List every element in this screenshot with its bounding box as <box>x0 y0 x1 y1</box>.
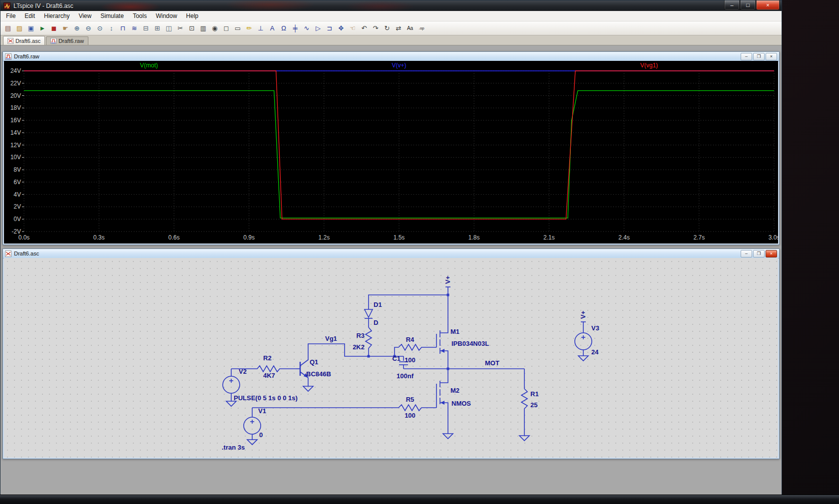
resistor-R1-symbol[interactable] <box>521 389 527 417</box>
mirror-icon[interactable]: ⇄ <box>393 23 404 33</box>
net-label-mot: MOT <box>485 359 499 367</box>
tab-draft6-raw[interactable]: Draft6.raw <box>46 36 88 45</box>
label-r4-name: R4 <box>406 336 415 343</box>
waveform-restore-button[interactable]: ❐ <box>753 53 765 60</box>
mosfet-M2-symbol[interactable] <box>436 369 448 434</box>
label-m1-name: M1 <box>450 328 459 335</box>
x-axis-tick-label: 1.2s <box>318 234 330 241</box>
ground-tool-icon[interactable]: ⊥ <box>255 23 266 33</box>
schematic-restore-button[interactable]: ❐ <box>753 250 765 257</box>
net-label-tool-icon[interactable]: A <box>267 23 278 33</box>
tab-label: Draft6.asc <box>15 38 40 44</box>
label-m1-value: IPB034N03L <box>451 340 489 347</box>
pan-hand-icon[interactable]: ☛ <box>60 23 71 33</box>
maximize-button[interactable]: □ <box>740 0 756 10</box>
plot-pane-icon[interactable]: ⊓ <box>117 23 128 33</box>
waveform-minimize-button[interactable]: – <box>741 53 752 60</box>
diode-D1-symbol[interactable] <box>365 309 373 318</box>
tile-vertical-icon[interactable]: ⊞ <box>152 23 163 33</box>
zoom-in-icon[interactable]: ⊕ <box>71 23 82 33</box>
text-tool-icon[interactable]: Aa <box>405 23 416 33</box>
trace-legend-label[interactable]: V(mot) <box>140 62 158 69</box>
inductor-tool-icon[interactable]: ∿ <box>301 23 312 33</box>
close-button[interactable]: × <box>756 0 780 10</box>
label-v3-value: 24 <box>591 348 599 356</box>
waveform-window-title: Draft6.raw <box>14 53 39 59</box>
label-v3-name: V3 <box>591 324 599 332</box>
menu-item-window[interactable]: Window <box>151 11 182 20</box>
resistor-tool-icon[interactable]: Ω <box>278 23 289 33</box>
zoom-out-icon[interactable]: ⊖ <box>83 23 94 33</box>
cut-icon[interactable]: ✂ <box>175 23 186 33</box>
tab-draft6-asc[interactable]: Draft6.asc <box>3 36 45 45</box>
waveform-doc-icon <box>5 53 11 60</box>
trace-legend-label[interactable]: V(v+) <box>392 62 406 69</box>
save-icon[interactable]: ▣ <box>25 23 36 33</box>
label-r1-value: 25 <box>530 401 537 409</box>
mark-data-points-icon[interactable]: ≋ <box>129 23 140 33</box>
halt-icon[interactable]: ◼ <box>48 23 59 33</box>
label-r5-value: 100 <box>405 412 416 419</box>
redo-icon[interactable]: ↷ <box>370 23 381 33</box>
resistor-R4-symbol[interactable] <box>399 344 436 350</box>
waveform-plot-canvas[interactable]: 24V22V20V18V16V14V12V10V8V6V4V2V0V-2V0.0… <box>4 61 778 244</box>
label-d1-name: D1 <box>374 301 382 308</box>
schematic-canvas[interactable]: V+ V+ D1 D R3 2K2 R4 100 C1 100nf M1 IPB… <box>4 258 778 458</box>
print-setup-icon[interactable]: ◻ <box>221 23 232 33</box>
schematic-close-button[interactable]: × <box>766 250 777 257</box>
menubar: FileEditHierarchyViewSimulateToolsWindow… <box>0 11 782 21</box>
x-axis-tick-label: 1.8s <box>468 234 480 241</box>
label-m2-name: M2 <box>450 387 459 394</box>
schematic-window-controls: – ❐ × <box>741 250 777 257</box>
menu-item-file[interactable]: File <box>1 11 20 20</box>
tile-horizontal-icon[interactable]: ⊟ <box>140 23 151 33</box>
schematic-window-titlebar[interactable]: Draft6.asc – ❐ × <box>3 249 779 258</box>
label-r3-value: 2K2 <box>353 343 365 351</box>
label-v2-name: V2 <box>239 368 247 375</box>
diode-tool-icon[interactable]: ▷ <box>313 23 324 33</box>
trace-legend-label[interactable]: V(vg1) <box>640 62 658 69</box>
open-file-icon[interactable]: ▨ <box>14 23 25 33</box>
paste-icon[interactable]: ▥ <box>198 23 209 33</box>
x-axis-tick-label: 2.4s <box>618 234 630 241</box>
spice-directive-icon[interactable]: .op <box>416 23 427 33</box>
voltage-source-V3-symbol[interactable] <box>575 322 592 356</box>
y-axis-tick-label: 8V <box>13 166 21 173</box>
wire-tool-icon[interactable]: ✏ <box>244 23 255 33</box>
y-axis-tick-label: 10V <box>10 154 21 161</box>
resistor-R3-symbol[interactable] <box>366 327 372 356</box>
autorange-y-icon[interactable]: ↕ <box>106 23 117 33</box>
label-r3-name: R3 <box>356 332 365 339</box>
minimize-button[interactable]: – <box>724 0 740 10</box>
toolbar: ▤▨▣►◼☛⊕⊖⊙↕⊓≋⊟⊞◫✂⊡▥◉◻▭✏⊥AΩ╪∿▷⊐✥☜↶↷↻⇄Aa.op <box>0 21 782 35</box>
waveform-doc-icon <box>50 38 56 44</box>
zoom-extents-icon[interactable]: ⊙ <box>94 23 105 33</box>
undo-icon[interactable]: ↶ <box>359 23 370 33</box>
component-tool-icon[interactable]: ⊐ <box>324 23 335 33</box>
resistor-R5-symbol[interactable] <box>252 405 436 411</box>
cascade-windows-icon[interactable]: ◫ <box>163 23 174 33</box>
find-icon[interactable]: ◉ <box>209 23 220 33</box>
menu-item-hierarchy[interactable]: Hierarchy <box>39 11 74 20</box>
waveform-close-button[interactable]: × <box>766 53 777 60</box>
copy-icon[interactable]: ⊡ <box>186 23 197 33</box>
app-titlebar[interactable]: LTspice IV - Draft6.asc – □ × <box>0 0 782 11</box>
waveform-plot-area: 24V22V20V18V16V14V12V10V8V6V4V2V0V-2V0.0… <box>4 61 778 244</box>
waveform-window-titlebar[interactable]: Draft6.raw – ❐ × <box>3 52 779 61</box>
menu-item-view[interactable]: View <box>74 11 96 20</box>
menu-item-tools[interactable]: Tools <box>128 11 151 20</box>
run-icon[interactable]: ► <box>37 23 48 33</box>
print-icon[interactable]: ▭ <box>232 23 243 33</box>
menu-item-edit[interactable]: Edit <box>20 11 39 20</box>
mosfet-M1-symbol[interactable] <box>436 326 448 369</box>
menu-item-help[interactable]: Help <box>182 11 203 20</box>
new-schematic-icon[interactable]: ▤ <box>2 23 13 33</box>
schematic-minimize-button[interactable]: – <box>741 250 752 257</box>
capacitor-tool-icon[interactable]: ╪ <box>290 23 301 33</box>
drag-tool-icon[interactable]: ☜ <box>347 23 358 33</box>
menu-item-simulate[interactable]: Simulate <box>96 11 128 20</box>
move-tool-icon[interactable]: ✥ <box>336 23 347 33</box>
label-v2-value: PULSE(0 5 1s 0 0 1s) <box>234 394 298 402</box>
x-axis-tick-label: 0.0s <box>18 234 30 241</box>
rotate-icon[interactable]: ↻ <box>382 23 393 33</box>
